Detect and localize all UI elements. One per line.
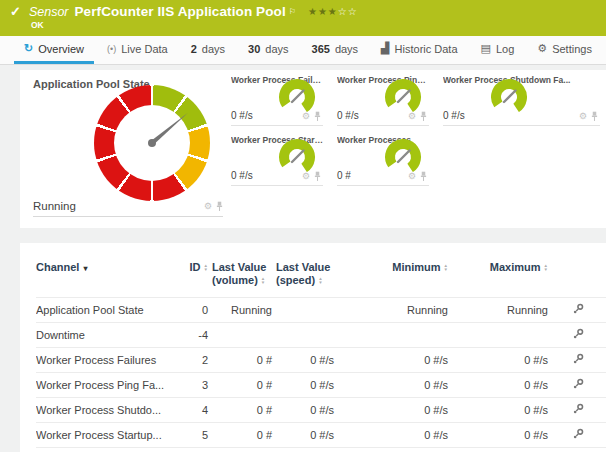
live_data-icon: (•) xyxy=(107,44,116,54)
mini-gauge-dial xyxy=(489,77,529,117)
pin-icon[interactable] xyxy=(314,111,321,122)
cell-last-value-speed: 0 #/s xyxy=(276,373,338,398)
table-row[interactable]: Application Pool State 0 Running Running… xyxy=(36,298,606,323)
column-header-last_value_speed[interactable]: Last Value (speed)▲▼ xyxy=(276,255,338,298)
channel-table: Channel▾ID▲▼Last Value (volume)▲▼Last Va… xyxy=(36,255,606,452)
cell-id: 4 xyxy=(178,398,212,423)
star-filled-icon[interactable]: ★ xyxy=(308,6,318,17)
tab-label: days xyxy=(202,43,225,55)
cell-maximum: 0 #/s xyxy=(452,398,552,423)
star-rating: ★★★☆☆ xyxy=(308,6,358,17)
cell-channel: Worker Process Failures xyxy=(36,348,178,373)
sort-icon[interactable]: ▲▼ xyxy=(544,264,548,273)
gauge-hub xyxy=(148,139,156,147)
main-gauge-value: Running xyxy=(33,200,204,212)
cell-minimum xyxy=(338,323,452,348)
tab-settings[interactable]: ⚙ Settings xyxy=(527,36,602,64)
cell-maximum: Running xyxy=(452,298,552,323)
cell-actions xyxy=(552,348,606,373)
sort-icon[interactable]: ▲▼ xyxy=(444,264,448,273)
mini-gauge-grid: Worker Process Failures 0 #/s ⚙ Worker P… xyxy=(231,70,606,228)
cell-actions xyxy=(552,423,606,448)
cell-minimum: 0 #/s xyxy=(338,398,452,423)
column-header-maximum[interactable]: Maximum▲▼ xyxy=(452,255,552,298)
sort-icon[interactable]: ▲▼ xyxy=(204,264,208,273)
table-row[interactable]: Worker Processes 1 0 # 0 # 0 # xyxy=(36,448,606,452)
column-header-actions xyxy=(552,255,606,298)
sort-desc-icon[interactable]: ▾ xyxy=(83,264,87,273)
mini-gauge: Worker Process Startup Failu... 0 #/s ⚙ xyxy=(231,135,323,186)
cell-maximum: 0 # xyxy=(452,448,552,452)
gear-icon[interactable]: ⚙ xyxy=(408,172,416,181)
cell-maximum: 0 #/s xyxy=(452,373,552,398)
column-header-id[interactable]: ID▲▼ xyxy=(178,255,212,298)
star-empty-icon[interactable]: ☆ xyxy=(338,6,348,17)
wrench-icon[interactable] xyxy=(572,403,584,417)
tab-label: Overview xyxy=(38,43,84,55)
wrench-icon[interactable] xyxy=(572,378,584,392)
priority-flag-icon[interactable]: ⚐ xyxy=(289,7,296,16)
status-ok-check-icon: ✓ xyxy=(10,4,21,19)
cell-last-value-volume: 0 # xyxy=(212,398,276,423)
wrench-icon[interactable] xyxy=(572,328,584,342)
column-header-last_value_volume[interactable]: Last Value (volume)▲▼ xyxy=(212,255,276,298)
pin-icon[interactable] xyxy=(591,111,598,122)
cell-id: -4 xyxy=(178,323,212,348)
wrench-icon[interactable] xyxy=(572,428,584,442)
gear-icon[interactable]: ⚙ xyxy=(302,172,310,181)
mini-gauge: Worker Processes 0 # ⚙ xyxy=(337,135,429,186)
table-row[interactable]: Worker Process Shutdo... 4 0 # 0 #/s 0 #… xyxy=(36,398,606,423)
cell-actions xyxy=(552,323,606,348)
cell-actions xyxy=(552,373,606,398)
column-header-channel[interactable]: Channel▾ xyxy=(36,255,178,298)
overview-icon: ↻ xyxy=(24,42,33,55)
tab-30-days[interactable]: 30 days xyxy=(238,36,299,64)
star-filled-icon[interactable]: ★ xyxy=(328,6,338,17)
cell-last-value-speed xyxy=(276,323,338,348)
pin-icon[interactable] xyxy=(314,171,321,182)
star-empty-icon[interactable]: ☆ xyxy=(348,6,358,17)
tab-historic-data[interactable]: ▟ Historic Data xyxy=(371,36,467,64)
pin-icon[interactable] xyxy=(420,111,427,122)
cell-last-value-speed: 0 #/s xyxy=(276,423,338,448)
gear-icon[interactable]: ⚙ xyxy=(579,112,587,121)
tab-overview[interactable]: ↻ Overview xyxy=(14,36,94,64)
sort-icon[interactable]: ▲▼ xyxy=(318,277,322,286)
table-row[interactable]: Worker Process Ping Fa... 3 0 # 0 #/s 0 … xyxy=(36,373,606,398)
pin-icon[interactable] xyxy=(216,201,223,212)
channel-table-head-row: Channel▾ID▲▼Last Value (volume)▲▼Last Va… xyxy=(36,255,606,298)
table-row[interactable]: Downtime -4 xyxy=(36,323,606,348)
cell-actions xyxy=(552,298,606,323)
status-badge: OK xyxy=(31,20,596,30)
cell-last-value-volume: Running xyxy=(212,298,276,323)
tab-label: Settings xyxy=(552,43,592,55)
cell-channel: Application Pool State xyxy=(36,298,178,323)
table-row[interactable]: Worker Process Failures 2 0 # 0 #/s 0 #/… xyxy=(36,348,606,373)
gear-icon[interactable]: ⚙ xyxy=(204,202,212,211)
log-icon: ▤ xyxy=(481,42,491,55)
cell-id: 1 xyxy=(178,448,212,452)
channel-table-panel: Channel▾ID▲▼Last Value (volume)▲▼Last Va… xyxy=(20,243,606,452)
tab-log[interactable]: ▤ Log xyxy=(471,36,525,64)
cell-last-value-volume: 0 # xyxy=(212,348,276,373)
wrench-icon[interactable] xyxy=(572,303,584,317)
tab-2-days[interactable]: 2 days xyxy=(181,36,235,64)
pin-icon[interactable] xyxy=(420,171,427,182)
cell-minimum: 0 #/s xyxy=(338,423,452,448)
sort-icon[interactable]: ▲▼ xyxy=(261,277,265,286)
cell-channel: Worker Processes xyxy=(36,448,178,452)
gear-icon[interactable]: ⚙ xyxy=(302,112,310,121)
tab-label: Log xyxy=(496,43,514,55)
star-filled-icon[interactable]: ★ xyxy=(318,6,328,17)
cell-id: 3 xyxy=(178,373,212,398)
gear-icon[interactable]: ⚙ xyxy=(408,112,416,121)
tab-live-data[interactable]: (•) Live Data xyxy=(97,36,178,64)
wrench-icon[interactable] xyxy=(572,353,584,367)
channel-table-body: Application Pool State 0 Running Running… xyxy=(36,298,606,452)
tab-365-days[interactable]: 365 days xyxy=(302,36,369,64)
mini-gauge-value: 0 # xyxy=(337,170,351,181)
cell-last-value-speed: 0 #/s xyxy=(276,348,338,373)
cell-channel: Worker Process Shutdo... xyxy=(36,398,178,423)
column-header-minimum[interactable]: Minimum▲▼ xyxy=(338,255,452,298)
table-row[interactable]: Worker Process Startup... 5 0 # 0 #/s 0 … xyxy=(36,423,606,448)
